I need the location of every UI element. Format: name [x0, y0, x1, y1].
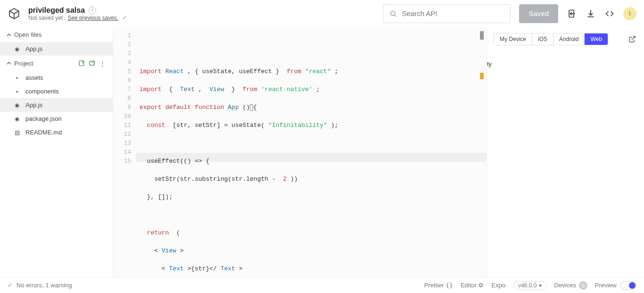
- open-external-icon[interactable]: [627, 34, 637, 44]
- tab-my-device[interactable]: My Device: [494, 33, 532, 45]
- chevron-down-icon: ▾: [539, 282, 542, 289]
- new-file-icon[interactable]: [78, 59, 85, 67]
- download-icon[interactable]: [586, 8, 596, 19]
- prettier-button[interactable]: Prettier {}: [424, 282, 453, 289]
- saved-button[interactable]: Saved: [519, 4, 558, 23]
- file-name: README.md: [25, 129, 62, 136]
- new-folder-icon[interactable]: [88, 59, 96, 67]
- search-icon: [389, 10, 397, 17]
- file-icon: ▤: [13, 129, 21, 136]
- chevron-up-icon: [7, 33, 11, 37]
- save-status-text: Not saved yet .: [28, 15, 67, 21]
- preview-toggle[interactable]: [620, 281, 636, 290]
- file-name: components: [25, 88, 59, 95]
- folder-icon: ▪: [13, 75, 21, 81]
- tab-ios[interactable]: iOS: [532, 33, 553, 45]
- file-name: App.js: [25, 45, 42, 52]
- cube-icon: ◉: [13, 116, 21, 122]
- editor-settings-button[interactable]: Editor ⚙: [461, 282, 484, 289]
- cube-icon: ◉: [13, 46, 21, 52]
- search-container[interactable]: [383, 4, 511, 23]
- tab-web[interactable]: Web: [585, 33, 607, 45]
- expo-version-selector[interactable]: v46.0.0 ▾: [513, 281, 546, 290]
- gear-icon: ⚙: [478, 282, 484, 289]
- cube-icon: ◉: [13, 102, 21, 109]
- svg-point-0: [391, 11, 395, 15]
- chevron-up-icon: [7, 61, 11, 66]
- project-item-app[interactable]: ◉App.js: [0, 98, 113, 112]
- project-item-readme[interactable]: ▤README.md: [0, 126, 113, 139]
- tab-android[interactable]: Android: [553, 33, 585, 45]
- preview-toggle-group: Preview: [595, 281, 636, 290]
- minimap-block: [480, 31, 484, 40]
- check-icon: ✓: [122, 15, 127, 21]
- project-header[interactable]: Project ⋮: [0, 56, 113, 71]
- devices-count-badge: 0: [579, 281, 587, 290]
- avatar-letter: I: [629, 10, 630, 17]
- embed-icon[interactable]: [604, 8, 615, 19]
- open-file-item[interactable]: ◉ App.js: [0, 42, 113, 56]
- snack-logo[interactable]: [8, 7, 21, 20]
- project-item-components[interactable]: ▪components: [0, 84, 113, 98]
- file-name: assets: [25, 74, 43, 81]
- project-item-package[interactable]: ◉package.json: [0, 112, 113, 126]
- previous-saves-link[interactable]: See previous saves.: [67, 15, 118, 21]
- preview-pane: My Device iOS Android Web ty: [487, 27, 644, 277]
- info-icon[interactable]: i: [89, 7, 96, 14]
- svg-line-1: [395, 15, 396, 17]
- title-block: privileged salsa i Not saved yet . See p…: [28, 6, 127, 21]
- folder-icon: ▪: [13, 88, 21, 95]
- more-icon[interactable]: ⋮: [99, 59, 106, 67]
- open-files-label: Open files: [14, 31, 42, 38]
- avatar[interactable]: I: [623, 7, 636, 20]
- topbar: privileged salsa i Not saved yet . See p…: [0, 0, 644, 27]
- line-gutter: 123456789101112131415: [113, 27, 136, 277]
- preview-label: Preview: [595, 282, 617, 289]
- project-label: Project: [14, 60, 33, 67]
- statusbar: ✓ No errors, 1 warning Prettier {} Edito…: [0, 277, 644, 293]
- file-name: package.json: [25, 115, 62, 122]
- preview-body: ty: [487, 51, 644, 277]
- preview-output: ty: [487, 60, 492, 67]
- file-name: App.js: [25, 101, 42, 109]
- main-area: Open files ◉ App.js Project ⋮ ▪assets ▪c…: [0, 27, 644, 277]
- project-title[interactable]: privileged salsa: [28, 6, 85, 15]
- open-files-header[interactable]: Open files: [0, 27, 113, 42]
- error-summary[interactable]: No errors, 1 warning: [17, 282, 72, 289]
- save-status: Not saved yet . See previous saves. ✓: [28, 15, 127, 21]
- devices-button[interactable]: Devices 0: [554, 281, 587, 290]
- expo-label: Expo: [491, 282, 505, 289]
- project-item-assets[interactable]: ▪assets: [0, 71, 113, 84]
- editor[interactable]: 123456789101112131415 import React , { u…: [113, 27, 487, 277]
- device-tabs: My Device iOS Android Web: [487, 27, 644, 51]
- status-check-icon: ✓: [8, 282, 13, 289]
- sidebar: Open files ◉ App.js Project ⋮ ▪assets ▪c…: [0, 27, 113, 277]
- code-area[interactable]: import React , { useState, useEffect } f…: [136, 27, 487, 277]
- export-icon[interactable]: [567, 8, 577, 19]
- search-input[interactable]: [402, 9, 504, 17]
- svg-line-12: [632, 36, 635, 40]
